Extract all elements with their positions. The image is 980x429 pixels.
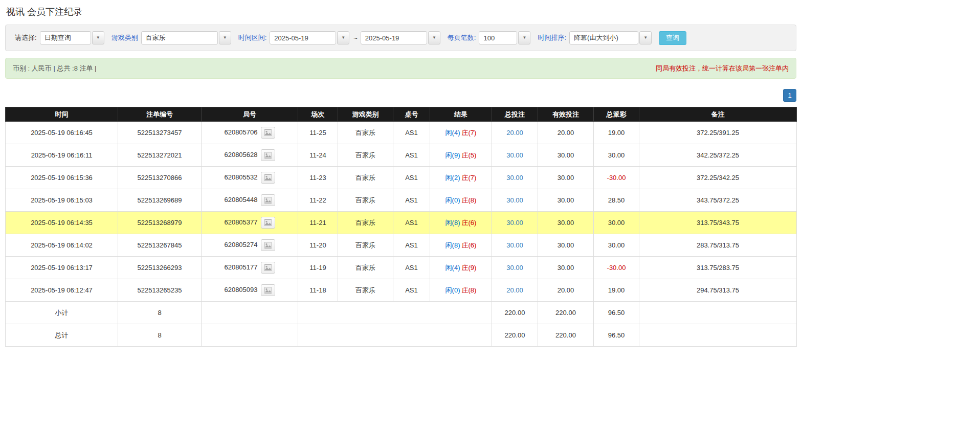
cell-round: 620805377 bbox=[202, 212, 298, 234]
game-result-button[interactable] bbox=[261, 127, 275, 139]
result-banker: 庄(6) bbox=[462, 241, 477, 249]
cell-valid-bet: 30.00 bbox=[538, 257, 594, 279]
date-range-separator: ~ bbox=[353, 34, 358, 42]
cell-result: 闲(8)庄(6) bbox=[430, 212, 492, 234]
col-header-time: 时间 bbox=[6, 107, 118, 122]
game-result-button[interactable] bbox=[261, 262, 275, 274]
cell-session: 11-24 bbox=[298, 144, 338, 167]
cell-result: 闲(9)庄(5) bbox=[430, 144, 492, 167]
cell-round: 620805177 bbox=[202, 257, 298, 279]
result-player: 闲(2) bbox=[446, 174, 460, 182]
cell-table-number: AS1 bbox=[393, 257, 430, 279]
result-banker: 庄(7) bbox=[462, 129, 477, 137]
cell-total-bet[interactable]: 30.00 bbox=[492, 257, 538, 279]
cell-table-number: AS1 bbox=[393, 122, 430, 144]
cell-payout: 19.00 bbox=[594, 279, 639, 302]
chevron-down-icon: ▼ bbox=[643, 36, 648, 40]
sort-order-dropdown-button[interactable]: ▼ bbox=[639, 31, 652, 44]
cell-result: 闲(4)庄(7) bbox=[430, 122, 492, 144]
date-from-dropdown-button[interactable]: ▼ bbox=[337, 31, 349, 44]
chevron-down-icon: ▼ bbox=[523, 36, 527, 40]
total-count: 8 bbox=[118, 324, 202, 347]
date-to-combobox: ▼ bbox=[361, 31, 440, 44]
game-type-input[interactable] bbox=[141, 31, 218, 44]
subtotal-count: 8 bbox=[118, 302, 202, 324]
result-player: 闲(0) bbox=[446, 196, 460, 204]
cell-payout: 19.00 bbox=[594, 122, 639, 144]
cell-game-type: 百家乐 bbox=[338, 189, 393, 212]
table-row: 2025-05-19 06:14:02 522513267845 6208052… bbox=[6, 234, 797, 257]
cell-total-bet[interactable]: 30.00 bbox=[492, 234, 538, 257]
cell-total-bet[interactable]: 30.00 bbox=[492, 144, 538, 167]
game-result-button[interactable] bbox=[261, 217, 275, 229]
game-type-dropdown-button[interactable]: ▼ bbox=[219, 31, 231, 44]
cell-session: 11-23 bbox=[298, 167, 338, 189]
result-player: 闲(8) bbox=[446, 241, 460, 249]
result-banker: 庄(9) bbox=[462, 264, 477, 272]
result-banker: 庄(6) bbox=[462, 219, 477, 227]
table-body: 2025-05-19 06:16:45 522513273457 6208057… bbox=[6, 122, 797, 302]
cell-round: 620805093 bbox=[202, 279, 298, 302]
cell-table-number: AS1 bbox=[393, 144, 430, 167]
subtotal-valid-bet: 220.00 bbox=[538, 302, 594, 324]
cell-total-bet[interactable]: 20.00 bbox=[492, 279, 538, 302]
cell-round: 620805532 bbox=[202, 167, 298, 189]
cell-time: 2025-05-19 06:15:03 bbox=[6, 189, 118, 212]
round-number: 620805177 bbox=[224, 263, 257, 271]
result-player: 闲(0) bbox=[446, 286, 460, 294]
game-result-button[interactable] bbox=[261, 172, 275, 184]
game-result-button[interactable] bbox=[261, 239, 275, 251]
date-range-label: 时间区间: bbox=[238, 33, 267, 42]
game-result-button[interactable] bbox=[261, 149, 275, 161]
cell-result: 闲(0)庄(8) bbox=[430, 279, 492, 302]
cell-time: 2025-05-19 06:15:36 bbox=[6, 167, 118, 189]
cell-game-type: 百家乐 bbox=[338, 257, 393, 279]
col-header-game-type: 游戏类别 bbox=[338, 107, 393, 122]
date-to-dropdown-button[interactable]: ▼ bbox=[428, 31, 440, 44]
sort-order-combobox: ▼ bbox=[569, 31, 652, 44]
cell-valid-bet: 30.00 bbox=[538, 212, 594, 234]
cell-time: 2025-05-19 06:16:45 bbox=[6, 122, 118, 144]
cell-game-type: 百家乐 bbox=[338, 212, 393, 234]
cell-total-bet[interactable]: 20.00 bbox=[492, 122, 538, 144]
cell-note: 372.25/342.25 bbox=[639, 167, 797, 189]
cell-table-number: AS1 bbox=[393, 212, 430, 234]
round-number: 620805274 bbox=[224, 241, 257, 249]
empty-cell bbox=[639, 324, 797, 347]
page-size-dropdown-button[interactable]: ▼ bbox=[518, 31, 530, 44]
game-result-button[interactable] bbox=[261, 284, 275, 296]
total-total-bet: 220.00 bbox=[492, 324, 538, 347]
result-player: 闲(8) bbox=[446, 219, 460, 227]
page-button-1[interactable]: 1 bbox=[783, 89, 796, 102]
cell-payout: 30.00 bbox=[594, 234, 639, 257]
cell-total-bet[interactable]: 30.00 bbox=[492, 212, 538, 234]
cell-game-type: 百家乐 bbox=[338, 144, 393, 167]
search-button[interactable]: 查询 bbox=[659, 31, 686, 45]
sort-order-input[interactable] bbox=[569, 31, 638, 44]
cell-game-type: 百家乐 bbox=[338, 167, 393, 189]
cell-result: 闲(8)庄(6) bbox=[430, 234, 492, 257]
date-from-input[interactable] bbox=[270, 31, 336, 44]
cell-total-bet[interactable]: 30.00 bbox=[492, 167, 538, 189]
cell-bet-id: 522513269689 bbox=[118, 189, 202, 212]
chevron-down-icon: ▼ bbox=[96, 36, 100, 40]
picture-icon bbox=[264, 287, 272, 293]
picture-icon bbox=[264, 197, 272, 204]
cell-total-bet[interactable]: 30.00 bbox=[492, 189, 538, 212]
subtotal-row: 小计 8 220.00 220.00 96.50 bbox=[6, 302, 797, 324]
total-row: 总计 8 220.00 220.00 96.50 bbox=[6, 324, 797, 347]
round-number: 620805093 bbox=[224, 286, 257, 293]
cell-note: 343.75/372.25 bbox=[639, 189, 797, 212]
result-banker: 庄(7) bbox=[462, 174, 477, 182]
game-result-button[interactable] bbox=[261, 194, 275, 206]
select-type-input[interactable] bbox=[40, 31, 91, 44]
picture-icon bbox=[264, 174, 272, 181]
summary-bar: 币别 : 人民币 | 总共 :8 注单 | 同局有效投注，统一计算在该局第一张注… bbox=[5, 58, 796, 79]
page-size-input[interactable] bbox=[479, 31, 517, 44]
cell-time: 2025-05-19 06:12:47 bbox=[6, 279, 118, 302]
cell-session: 11-18 bbox=[298, 279, 338, 302]
date-to-input[interactable] bbox=[361, 31, 427, 44]
cell-valid-bet: 30.00 bbox=[538, 144, 594, 167]
select-type-dropdown-button[interactable]: ▼ bbox=[92, 31, 104, 44]
cell-session: 11-20 bbox=[298, 234, 338, 257]
